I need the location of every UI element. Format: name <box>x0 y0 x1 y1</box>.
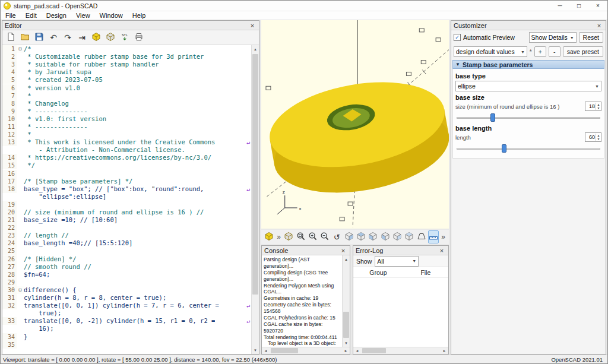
menu-help[interactable]: Help <box>128 12 151 19</box>
zoom-out-button[interactable] <box>319 230 330 243</box>
menu-view[interactable]: View <box>71 12 95 19</box>
column-group[interactable]: Group <box>353 269 403 276</box>
code-line[interactable]: 29 <box>2 278 251 286</box>
console-hscroll-thumb[interactable] <box>271 348 298 353</box>
console-scroll-thumb[interactable] <box>343 312 349 338</box>
code-line[interactable]: 8 * Changelog <box>2 100 251 107</box>
base-length-slider-handle[interactable] <box>502 144 506 153</box>
new-file-button[interactable] <box>4 31 17 44</box>
code-line[interactable]: 3 * suitable for rubber stamp handler <box>2 61 251 68</box>
errorlog-filter-combo[interactable]: All ▼ <box>375 256 419 267</box>
code-line[interactable]: 34} <box>2 333 251 340</box>
base-length-spinbox[interactable]: 60 ▲▼ <box>585 132 601 142</box>
view-top-button[interactable] <box>356 230 366 243</box>
code-line[interactable]: 16 <box>2 170 251 178</box>
code-line[interactable]: 9 * -------------- <box>2 107 251 115</box>
code-line[interactable]: 6 * version v1.0 <box>2 84 251 91</box>
scroll-down-icon[interactable]: ▼ <box>343 339 350 347</box>
code-line[interactable]: 17/* [Stamp base parameters] */ <box>2 178 251 185</box>
scroll-up-icon[interactable]: ▲ <box>343 255 350 263</box>
undo-button[interactable]: ↶ <box>47 31 60 44</box>
code-line[interactable]: 30⊟difference() { <box>2 286 251 294</box>
preview-button[interactable] <box>264 230 274 243</box>
code-line[interactable]: 35 <box>2 341 251 349</box>
code-line[interactable]: 31cylinder(h = 8, r = 8, center = true); <box>2 294 251 302</box>
base-size-spinbox[interactable]: 18 ▲▼ <box>585 102 601 111</box>
code-line[interactable]: 7 * <box>2 92 251 100</box>
editor-vertical-scrollbar[interactable]: ▲ ▼ <box>251 45 259 354</box>
code-line[interactable]: 20// size (minimum of round and ellipse … <box>2 208 251 216</box>
render-button[interactable] <box>283 230 294 243</box>
code-line[interactable]: 11 * -------------- <box>2 123 251 131</box>
view-back-button[interactable] <box>404 230 414 243</box>
base-size-slider[interactable] <box>457 113 600 122</box>
section-stamp-base-parameters[interactable]: ▼ Stamp base parameters <box>452 60 604 69</box>
code-line[interactable]: 21base_size =10; // [10:60] <box>2 216 251 224</box>
scroll-left-icon[interactable]: ◄ <box>262 347 270 354</box>
base-size-slider-handle[interactable] <box>490 113 495 122</box>
errorlog-horizontal-scrollbar[interactable]: ◄ ► <box>353 347 448 354</box>
code-line[interactable]: 33translate([0, 0, -2]) cylinder(h = 15,… <box>2 317 251 325</box>
console-hscroll-track[interactable] <box>270 347 342 354</box>
code-line[interactable]: 27// smooth round // <box>2 263 251 271</box>
scroll-right-icon[interactable]: ► <box>441 347 448 354</box>
console-horizontal-scrollbar[interactable]: ◄ ► <box>262 347 350 354</box>
editor-scroll-track[interactable] <box>252 53 259 346</box>
menu-design[interactable]: Design <box>42 12 71 19</box>
code-line[interactable]: 15 */ <box>2 162 251 169</box>
view-front-button[interactable] <box>392 230 403 243</box>
scroll-up-icon[interactable]: ▲ <box>252 45 259 53</box>
indent-button[interactable]: ⇥ <box>75 31 88 44</box>
spinner-arrows-icon[interactable]: ▲▼ <box>596 134 601 141</box>
code-line[interactable]: 22 <box>2 224 251 232</box>
code-line[interactable]: "ellipse":ellipse] <box>2 193 251 201</box>
errorlog-close-icon[interactable]: × <box>438 247 446 254</box>
maximize-button-icon[interactable]: □ <box>569 1 588 11</box>
editor-scroll-thumb[interactable] <box>252 54 258 295</box>
console-close-icon[interactable]: × <box>339 247 347 254</box>
code-line[interactable]: 24base_length =40;// [15:5:120] <box>2 239 251 247</box>
reset-view-button[interactable]: ↺ <box>331 230 342 243</box>
console-vertical-scrollbar[interactable]: ▲ ▼ <box>342 255 350 347</box>
code-line[interactable]: true); <box>2 309 251 317</box>
code-line[interactable]: 23// length // <box>2 232 251 239</box>
menu-window[interactable]: Window <box>95 12 128 19</box>
measure-button[interactable] <box>428 230 439 243</box>
code-line[interactable]: 18base_type = "box"; // ["box":box, "rou… <box>2 185 251 193</box>
scroll-right-icon[interactable]: ► <box>342 347 350 354</box>
customizer-close-icon[interactable]: × <box>595 22 603 29</box>
code-line[interactable]: 1⊟/* <box>2 45 251 53</box>
toolbar-overflow-icon[interactable]: » <box>276 233 282 241</box>
zoom-all-button[interactable] <box>295 230 306 243</box>
menu-edit[interactable]: Edit <box>21 12 42 19</box>
code-line[interactable]: 28$fn=64; <box>2 271 251 278</box>
add-preset-button[interactable]: + <box>534 46 546 57</box>
errorlog-body[interactable] <box>353 278 448 347</box>
errorlog-hscroll-track[interactable] <box>361 347 441 354</box>
viewport-3d[interactable]: z x <box>261 20 449 229</box>
console-scroll-track[interactable] <box>343 263 350 339</box>
code-line[interactable]: 10 * v1.0: first version <box>2 115 251 123</box>
save-button[interactable] <box>33 31 46 44</box>
code-line[interactable]: 19 <box>2 201 251 208</box>
preset-combo[interactable]: design default values ▼ <box>454 46 527 57</box>
automatic-preview-checkbox[interactable]: ✓ <box>454 34 461 41</box>
scroll-down-icon[interactable]: ▼ <box>252 346 259 354</box>
code-editor[interactable]: 1⊟/*2 * Customizable rubber stamp base f… <box>2 45 251 354</box>
code-line[interactable]: 14 * https://creativecommons.org/license… <box>2 154 251 162</box>
remove-preset-button[interactable]: - <box>549 46 560 57</box>
editor-close-icon[interactable]: × <box>248 22 256 29</box>
view-bottom-button[interactable] <box>368 230 378 243</box>
code-line[interactable]: 16); <box>2 325 251 333</box>
code-line[interactable]: 32translate([0, 0, 1]) cylinder(h = 7, r… <box>2 302 251 309</box>
zoom-in-button[interactable] <box>308 230 318 243</box>
code-line[interactable]: 5 * created 2023-07-05 <box>2 76 251 84</box>
send-printer-button[interactable] <box>132 31 145 44</box>
code-line[interactable]: 13 * This work is licensed under the Cre… <box>2 138 251 146</box>
code-line[interactable]: 4 * by Jaruwit supa <box>2 68 251 76</box>
reset-button[interactable]: Reset <box>579 32 603 43</box>
base-type-combo[interactable]: ellipse ▼ <box>455 81 601 91</box>
scroll-left-icon[interactable]: ◄ <box>353 347 361 354</box>
code-line[interactable]: 25 <box>2 247 251 255</box>
column-file[interactable]: File <box>403 269 448 276</box>
